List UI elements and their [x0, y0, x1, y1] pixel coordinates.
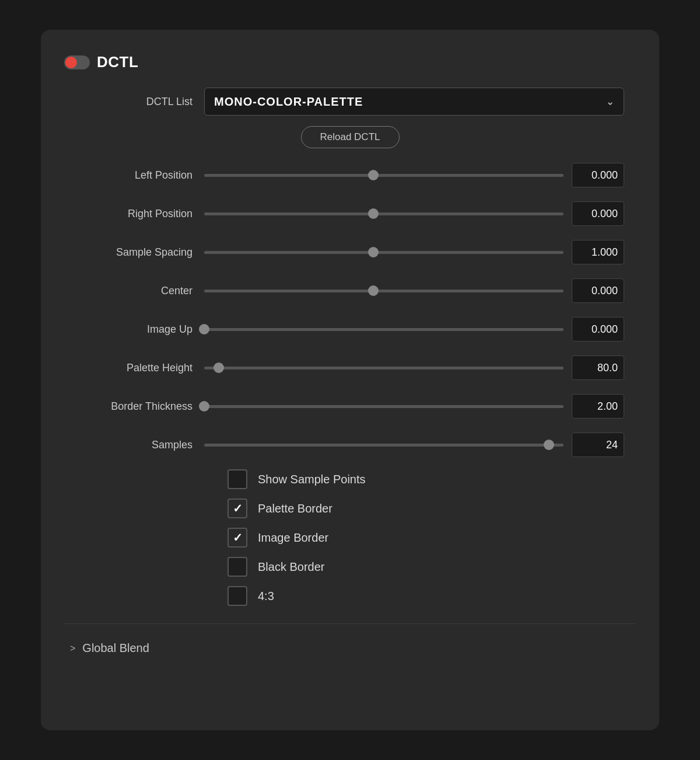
- slider-track-container-left-position[interactable]: [204, 169, 564, 181]
- divider: [64, 623, 636, 624]
- section-title: DCTL: [97, 53, 138, 71]
- slider-row-image-up: Image Up0.000: [76, 315, 624, 343]
- slider-row-border-thickness: Border Thickness2.00: [76, 392, 624, 420]
- slider-row-left-position: Left Position0.000: [76, 161, 624, 189]
- checkbox-palette-border[interactable]: ✓: [228, 498, 247, 518]
- checkbox-image-border[interactable]: ✓: [228, 528, 247, 548]
- slider-value-center[interactable]: 0.000: [572, 278, 624, 303]
- slider-track-palette-height: [204, 367, 564, 369]
- slider-thumb-left-position[interactable]: [368, 170, 379, 180]
- slider-label-samples: Samples: [76, 439, 204, 451]
- slider-row-samples: Samples24: [76, 431, 624, 459]
- checkbox-black-border[interactable]: [228, 557, 247, 577]
- slider-row-palette-height: Palette Height80.0: [76, 354, 624, 382]
- slider-track-border-thickness: [204, 405, 564, 408]
- slider-row-right-position: Right Position0.000: [76, 200, 624, 228]
- chevron-down-icon: ⌄: [606, 96, 614, 107]
- slider-label-image-up: Image Up: [76, 323, 204, 336]
- reload-row: Reload DCTL: [76, 126, 624, 148]
- checkmark-image-border: ✓: [233, 531, 243, 545]
- checkbox-show-sample-points[interactable]: [228, 469, 247, 489]
- checkbox-four-three[interactable]: [228, 586, 247, 606]
- main-panel: DCTL DCTL List MONO-COLOR-PALETTE ⌄ Relo…: [41, 30, 659, 730]
- checkboxes-container: Show Sample Points✓Palette Border✓Image …: [76, 469, 624, 606]
- slider-track-container-border-thickness[interactable]: [204, 400, 564, 412]
- sliders-container: Left Position0.000Right Position0.000Sam…: [76, 161, 624, 459]
- reload-dctl-button[interactable]: Reload DCTL: [301, 126, 400, 148]
- slider-value-border-thickness[interactable]: 2.00: [572, 394, 624, 419]
- slider-label-sample-spacing: Sample Spacing: [76, 246, 204, 259]
- slider-track-container-center[interactable]: [204, 285, 564, 297]
- slider-thumb-samples[interactable]: [544, 440, 554, 450]
- slider-label-palette-height: Palette Height: [76, 362, 204, 374]
- checkbox-label-show-sample-points: Show Sample Points: [258, 473, 366, 486]
- checkbox-row-image-border: ✓Image Border: [76, 528, 624, 548]
- checkbox-label-black-border: Black Border: [258, 560, 325, 574]
- slider-thumb-border-thickness[interactable]: [199, 401, 209, 412]
- slider-thumb-sample-spacing[interactable]: [368, 247, 379, 257]
- slider-track-right-position: [204, 212, 564, 215]
- dctl-list-label: DCTL List: [76, 96, 204, 108]
- slider-track-image-up: [204, 328, 564, 331]
- slider-row-sample-spacing: Sample Spacing1.000: [76, 238, 624, 266]
- slider-row-center: Center0.000: [76, 277, 624, 305]
- global-blend-label: Global Blend: [82, 642, 149, 655]
- checkbox-row-show-sample-points: Show Sample Points: [76, 469, 624, 489]
- slider-track-container-image-up[interactable]: [204, 323, 564, 335]
- slider-track-samples: [204, 444, 564, 447]
- checkmark-palette-border: ✓: [233, 501, 243, 515]
- slider-thumb-center[interactable]: [368, 285, 379, 296]
- slider-label-center: Center: [76, 285, 204, 297]
- checkbox-label-image-border: Image Border: [258, 531, 328, 545]
- slider-value-palette-height[interactable]: 80.0: [572, 355, 624, 380]
- dctl-list-dropdown[interactable]: MONO-COLOR-PALETTE ⌄: [204, 88, 624, 116]
- slider-label-border-thickness: Border Thickness: [76, 400, 204, 413]
- checkbox-row-four-three: 4:3: [76, 586, 624, 606]
- chevron-right-icon: >: [70, 643, 75, 654]
- slider-thumb-image-up[interactable]: [199, 324, 209, 334]
- slider-value-left-position[interactable]: 0.000: [572, 163, 624, 187]
- slider-label-left-position: Left Position: [76, 169, 204, 182]
- checkbox-label-palette-border: Palette Border: [258, 502, 332, 515]
- section-header: DCTL: [64, 53, 636, 71]
- dctl-list-value: MONO-COLOR-PALETTE: [214, 95, 363, 109]
- content-area: DCTL List MONO-COLOR-PALETTE ⌄ Reload DC…: [64, 88, 636, 606]
- slider-value-sample-spacing[interactable]: 1.000: [572, 240, 624, 264]
- checkbox-label-four-three: 4:3: [258, 590, 274, 603]
- slider-track-center: [204, 290, 564, 292]
- slider-track-container-samples[interactable]: [204, 439, 564, 451]
- slider-thumb-palette-height[interactable]: [214, 362, 224, 373]
- slider-value-image-up[interactable]: 0.000: [572, 317, 624, 341]
- slider-thumb-right-position[interactable]: [368, 208, 379, 219]
- checkbox-row-black-border: Black Border: [76, 557, 624, 577]
- slider-track-container-palette-height[interactable]: [204, 362, 564, 374]
- checkbox-row-palette-border: ✓Palette Border: [76, 498, 624, 518]
- global-blend-row[interactable]: > Global Blend: [64, 642, 636, 655]
- dctl-toggle[interactable]: [64, 55, 90, 69]
- slider-track-container-sample-spacing[interactable]: [204, 246, 564, 258]
- slider-value-right-position[interactable]: 0.000: [572, 201, 624, 226]
- slider-value-samples[interactable]: 24: [572, 433, 624, 457]
- toggle-dot: [65, 57, 77, 68]
- dctl-list-row: DCTL List MONO-COLOR-PALETTE ⌄: [76, 88, 624, 116]
- slider-track-container-right-position[interactable]: [204, 208, 564, 219]
- slider-track-left-position: [204, 174, 564, 177]
- slider-label-right-position: Right Position: [76, 208, 204, 220]
- slider-track-sample-spacing: [204, 251, 564, 254]
